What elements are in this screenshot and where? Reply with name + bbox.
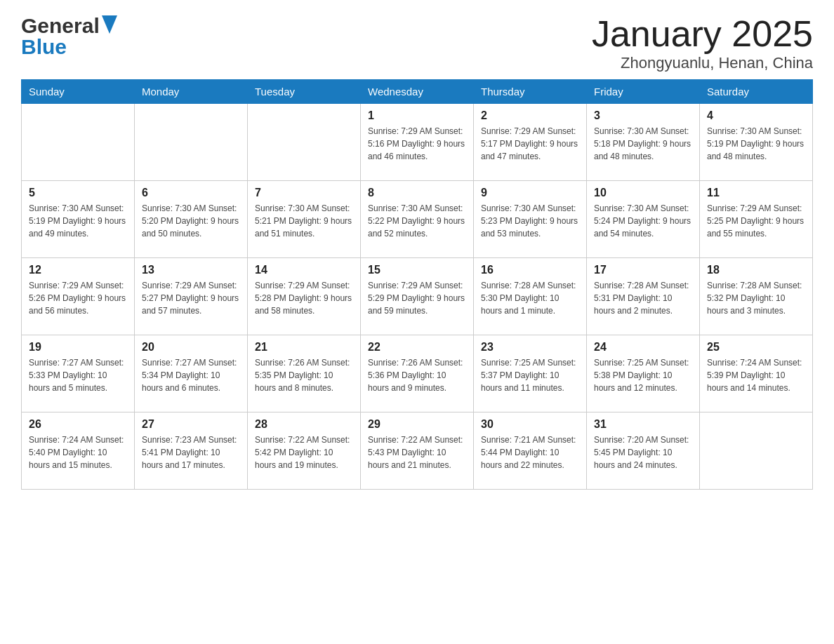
day-info: Sunrise: 7:30 AM Sunset: 5:19 PM Dayligh… — [707, 125, 805, 163]
calendar-cell: 8Sunrise: 7:30 AM Sunset: 5:22 PM Daylig… — [361, 181, 474, 258]
day-info: Sunrise: 7:20 AM Sunset: 5:45 PM Dayligh… — [594, 434, 692, 471]
calendar-week-row: 12Sunrise: 7:29 AM Sunset: 5:26 PM Dayli… — [22, 258, 813, 335]
day-info: Sunrise: 7:30 AM Sunset: 5:20 PM Dayligh… — [142, 202, 240, 240]
calendar-cell: 23Sunrise: 7:25 AM Sunset: 5:37 PM Dayli… — [474, 335, 587, 412]
day-number: 10 — [594, 187, 692, 199]
day-number: 16 — [481, 264, 579, 276]
day-info: Sunrise: 7:29 AM Sunset: 5:25 PM Dayligh… — [707, 202, 805, 240]
day-number: 15 — [368, 264, 466, 276]
calendar-week-row: 5Sunrise: 7:30 AM Sunset: 5:19 PM Daylig… — [22, 181, 813, 258]
day-info: Sunrise: 7:29 AM Sunset: 5:26 PM Dayligh… — [29, 279, 127, 317]
logo-general-text: General — [21, 14, 100, 38]
calendar-day-header: Thursday — [474, 80, 587, 104]
day-number: 11 — [707, 187, 805, 199]
day-number: 27 — [142, 418, 240, 431]
calendar-cell: 5Sunrise: 7:30 AM Sunset: 5:19 PM Daylig… — [22, 181, 135, 258]
day-info: Sunrise: 7:25 AM Sunset: 5:38 PM Dayligh… — [594, 356, 692, 394]
day-number: 19 — [29, 341, 127, 354]
calendar-cell: 9Sunrise: 7:30 AM Sunset: 5:23 PM Daylig… — [474, 181, 587, 258]
calendar-cell: 30Sunrise: 7:21 AM Sunset: 5:44 PM Dayli… — [474, 412, 587, 490]
calendar-cell: 16Sunrise: 7:28 AM Sunset: 5:30 PM Dayli… — [474, 258, 587, 335]
calendar-cell: 27Sunrise: 7:23 AM Sunset: 5:41 PM Dayli… — [135, 412, 248, 490]
day-number: 25 — [707, 341, 805, 354]
calendar-cell: 14Sunrise: 7:29 AM Sunset: 5:28 PM Dayli… — [248, 258, 361, 335]
logo: General Blue — [21, 14, 117, 59]
day-number: 5 — [29, 187, 127, 199]
day-number: 17 — [594, 264, 692, 276]
page-header: General Blue January 2025 Zhongyuanlu, H… — [21, 14, 813, 72]
calendar-week-row: 19Sunrise: 7:27 AM Sunset: 5:33 PM Dayli… — [22, 335, 813, 412]
day-info: Sunrise: 7:29 AM Sunset: 5:27 PM Dayligh… — [142, 279, 240, 317]
day-info: Sunrise: 7:21 AM Sunset: 5:44 PM Dayligh… — [481, 434, 579, 471]
calendar-cell: 31Sunrise: 7:20 AM Sunset: 5:45 PM Dayli… — [587, 412, 700, 490]
day-number: 12 — [29, 264, 127, 276]
calendar-cell: 10Sunrise: 7:30 AM Sunset: 5:24 PM Dayli… — [587, 181, 700, 258]
calendar-cell: 28Sunrise: 7:22 AM Sunset: 5:42 PM Dayli… — [248, 412, 361, 490]
location-text: Zhongyuanlu, Henan, China — [592, 54, 813, 72]
day-number: 1 — [368, 109, 466, 122]
calendar-cell: 24Sunrise: 7:25 AM Sunset: 5:38 PM Dayli… — [587, 335, 700, 412]
day-number: 4 — [707, 109, 805, 122]
title-section: January 2025 Zhongyuanlu, Henan, China — [592, 14, 813, 72]
day-number: 22 — [368, 341, 466, 354]
day-info: Sunrise: 7:24 AM Sunset: 5:40 PM Dayligh… — [29, 434, 127, 471]
logo-arrow-icon — [102, 15, 117, 36]
day-info: Sunrise: 7:29 AM Sunset: 5:28 PM Dayligh… — [255, 279, 353, 317]
day-info: Sunrise: 7:29 AM Sunset: 5:16 PM Dayligh… — [368, 125, 466, 163]
calendar-cell: 2Sunrise: 7:29 AM Sunset: 5:17 PM Daylig… — [474, 104, 587, 181]
calendar-day-header: Saturday — [700, 80, 813, 104]
day-number: 31 — [594, 418, 692, 431]
calendar-cell: 1Sunrise: 7:29 AM Sunset: 5:16 PM Daylig… — [361, 104, 474, 181]
calendar-cell: 13Sunrise: 7:29 AM Sunset: 5:27 PM Dayli… — [135, 258, 248, 335]
day-info: Sunrise: 7:24 AM Sunset: 5:39 PM Dayligh… — [707, 356, 805, 394]
day-info: Sunrise: 7:28 AM Sunset: 5:31 PM Dayligh… — [594, 279, 692, 317]
calendar-cell — [700, 412, 813, 490]
day-number: 26 — [29, 418, 127, 431]
day-number: 20 — [142, 341, 240, 354]
day-number: 28 — [255, 418, 353, 431]
day-info: Sunrise: 7:28 AM Sunset: 5:32 PM Dayligh… — [707, 279, 805, 317]
calendar-cell: 3Sunrise: 7:30 AM Sunset: 5:18 PM Daylig… — [587, 104, 700, 181]
calendar-week-row: 26Sunrise: 7:24 AM Sunset: 5:40 PM Dayli… — [22, 412, 813, 490]
day-number: 8 — [368, 187, 466, 199]
calendar-day-header: Friday — [587, 80, 700, 104]
day-info: Sunrise: 7:26 AM Sunset: 5:36 PM Dayligh… — [368, 356, 466, 394]
calendar-cell: 21Sunrise: 7:26 AM Sunset: 5:35 PM Dayli… — [248, 335, 361, 412]
day-number: 21 — [255, 341, 353, 354]
calendar-cell — [22, 104, 135, 181]
day-info: Sunrise: 7:30 AM Sunset: 5:19 PM Dayligh… — [29, 202, 127, 240]
day-number: 7 — [255, 187, 353, 199]
day-info: Sunrise: 7:27 AM Sunset: 5:33 PM Dayligh… — [29, 356, 127, 394]
month-title: January 2025 — [592, 14, 813, 54]
calendar-cell: 18Sunrise: 7:28 AM Sunset: 5:32 PM Dayli… — [700, 258, 813, 335]
calendar-cell: 25Sunrise: 7:24 AM Sunset: 5:39 PM Dayli… — [700, 335, 813, 412]
calendar-day-header: Tuesday — [248, 80, 361, 104]
calendar-cell: 22Sunrise: 7:26 AM Sunset: 5:36 PM Dayli… — [361, 335, 474, 412]
day-info: Sunrise: 7:25 AM Sunset: 5:37 PM Dayligh… — [481, 356, 579, 394]
day-number: 13 — [142, 264, 240, 276]
day-number: 24 — [594, 341, 692, 354]
calendar-cell: 12Sunrise: 7:29 AM Sunset: 5:26 PM Dayli… — [22, 258, 135, 335]
day-info: Sunrise: 7:30 AM Sunset: 5:18 PM Dayligh… — [594, 125, 692, 163]
day-number: 2 — [481, 109, 579, 122]
svg-marker-0 — [102, 15, 117, 34]
day-info: Sunrise: 7:23 AM Sunset: 5:41 PM Dayligh… — [142, 434, 240, 471]
calendar-cell: 4Sunrise: 7:30 AM Sunset: 5:19 PM Daylig… — [700, 104, 813, 181]
day-info: Sunrise: 7:22 AM Sunset: 5:43 PM Dayligh… — [368, 434, 466, 471]
calendar-cell: 15Sunrise: 7:29 AM Sunset: 5:29 PM Dayli… — [361, 258, 474, 335]
day-info: Sunrise: 7:30 AM Sunset: 5:23 PM Dayligh… — [481, 202, 579, 240]
day-info: Sunrise: 7:28 AM Sunset: 5:30 PM Dayligh… — [481, 279, 579, 317]
calendar-cell: 26Sunrise: 7:24 AM Sunset: 5:40 PM Dayli… — [22, 412, 135, 490]
day-number: 18 — [707, 264, 805, 276]
day-info: Sunrise: 7:22 AM Sunset: 5:42 PM Dayligh… — [255, 434, 353, 471]
day-info: Sunrise: 7:29 AM Sunset: 5:29 PM Dayligh… — [368, 279, 466, 317]
calendar-cell: 29Sunrise: 7:22 AM Sunset: 5:43 PM Dayli… — [361, 412, 474, 490]
day-info: Sunrise: 7:26 AM Sunset: 5:35 PM Dayligh… — [255, 356, 353, 394]
calendar-cell — [135, 104, 248, 181]
calendar-day-header: Sunday — [22, 80, 135, 104]
calendar-cell: 6Sunrise: 7:30 AM Sunset: 5:20 PM Daylig… — [135, 181, 248, 258]
day-number: 9 — [481, 187, 579, 199]
day-info: Sunrise: 7:30 AM Sunset: 5:24 PM Dayligh… — [594, 202, 692, 240]
calendar-cell: 20Sunrise: 7:27 AM Sunset: 5:34 PM Dayli… — [135, 335, 248, 412]
day-number: 23 — [481, 341, 579, 354]
